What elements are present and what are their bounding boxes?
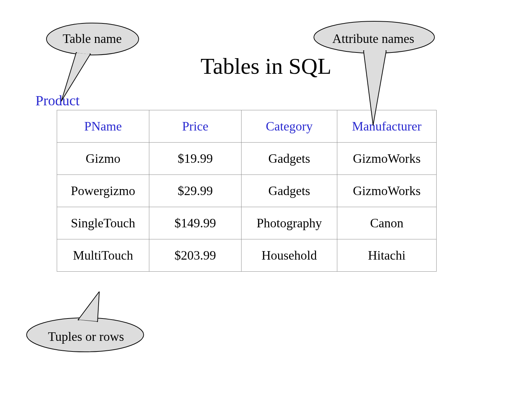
cell-category: Gadgets — [242, 143, 337, 175]
callout-table-name-label: Table name — [51, 31, 133, 46]
product-table: PName Price Category Manufacturer Gizmo … — [57, 110, 437, 272]
column-header: PName — [57, 110, 149, 143]
cell-category: Photography — [242, 207, 337, 239]
cell-price: $29.99 — [149, 175, 242, 207]
table-row: MultiTouch $203.99 Household Hitachi — [57, 239, 437, 272]
cell-price: $19.99 — [149, 143, 242, 175]
cell-manufacturer: GizmoWorks — [337, 175, 437, 207]
cell-pname: MultiTouch — [57, 239, 149, 272]
cell-pname: Gizmo — [57, 143, 149, 175]
table-row: Powergizmo $29.99 Gadgets GizmoWorks — [57, 175, 437, 207]
cell-manufacturer: GizmoWorks — [337, 143, 437, 175]
cell-price: $149.99 — [149, 207, 242, 239]
cell-category: Gadgets — [242, 175, 337, 207]
callout-tuples-label: Tuples or rows — [37, 329, 135, 344]
callout-attribute-names-label: Attribute names — [317, 31, 429, 46]
table-row: Gizmo $19.99 Gadgets GizmoWorks — [57, 143, 437, 175]
callout-tuples-icon — [21, 292, 149, 354]
cell-pname: Powergizmo — [57, 175, 149, 207]
cell-manufacturer: Hitachi — [337, 239, 437, 272]
cell-price: $203.99 — [149, 239, 242, 272]
cell-pname: SingleTouch — [57, 207, 149, 239]
cell-category: Household — [242, 239, 337, 272]
cell-manufacturer: Canon — [337, 207, 437, 239]
table-row: SingleTouch $149.99 Photography Canon — [57, 207, 437, 239]
column-header: Price — [149, 110, 242, 143]
